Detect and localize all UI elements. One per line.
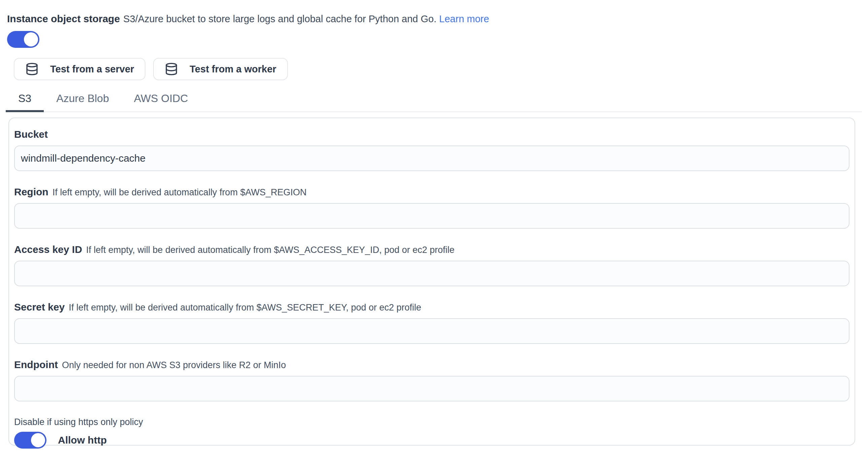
secret-key-field: Secret keyIf left empty, will be derived… [14, 301, 849, 344]
allow-http-section: Disable if using https only policy Allow… [14, 416, 849, 449]
learn-more-link[interactable]: Learn more [439, 13, 489, 24]
access-key-id-hint: If left empty, will be derived automatic… [86, 245, 455, 255]
database-icon [25, 62, 39, 76]
test-from-server-button[interactable]: Test from a server [14, 58, 146, 80]
access-key-id-label: Access key ID [14, 244, 82, 255]
bucket-field: Bucket [14, 128, 849, 171]
endpoint-hint: Only needed for non AWS S3 providers lik… [62, 360, 286, 370]
page-description: S3/Azure bucket to store large logs and … [123, 13, 436, 24]
region-input[interactable] [14, 203, 849, 229]
test-from-worker-label: Test from a worker [190, 64, 276, 75]
tab-aws-oidc[interactable]: AWS OIDC [122, 89, 201, 112]
secret-key-input[interactable] [14, 318, 849, 344]
page-title: Instance object storage [7, 13, 120, 24]
region-label: Region [14, 186, 49, 197]
access-key-id-field: Access key IDIf left empty, will be deri… [14, 243, 849, 286]
region-field: RegionIf left empty, will be derived aut… [14, 186, 849, 229]
bucket-input[interactable] [14, 146, 849, 171]
database-icon [165, 62, 178, 76]
allow-http-label: Allow http [58, 434, 107, 446]
endpoint-field: EndpointOnly needed for non AWS S3 provi… [14, 359, 849, 401]
allow-http-toggle[interactable] [14, 432, 46, 449]
toggle-knob [31, 433, 45, 447]
tab-s3[interactable]: S3 [6, 89, 44, 112]
bucket-label: Bucket [14, 129, 48, 140]
toggle-knob [24, 32, 38, 47]
instance-settings-page: Instance object storageS3/Azure bucket t… [0, 0, 868, 456]
test-buttons-row: Test from a server Test from a worker [14, 58, 868, 80]
region-hint: If left empty, will be derived automatic… [53, 187, 307, 197]
s3-settings-panel: Bucket RegionIf left empty, will be deri… [8, 118, 855, 446]
header: Instance object storageS3/Azure bucket t… [7, 12, 868, 26]
secret-key-hint: If left empty, will be derived automatic… [69, 302, 421, 312]
test-from-worker-button[interactable]: Test from a worker [153, 58, 287, 80]
secret-key-label: Secret key [14, 301, 65, 312]
endpoint-label: Endpoint [14, 359, 58, 370]
allow-http-note: Disable if using https only policy [14, 416, 849, 428]
storage-provider-tabs: S3 Azure Blob AWS OIDC [6, 89, 862, 112]
test-from-server-label: Test from a server [50, 64, 134, 75]
tab-azure-blob[interactable]: Azure Blob [44, 89, 122, 112]
endpoint-input[interactable] [14, 376, 849, 401]
access-key-id-input[interactable] [14, 261, 849, 286]
instance-object-storage-toggle[interactable] [7, 31, 39, 48]
